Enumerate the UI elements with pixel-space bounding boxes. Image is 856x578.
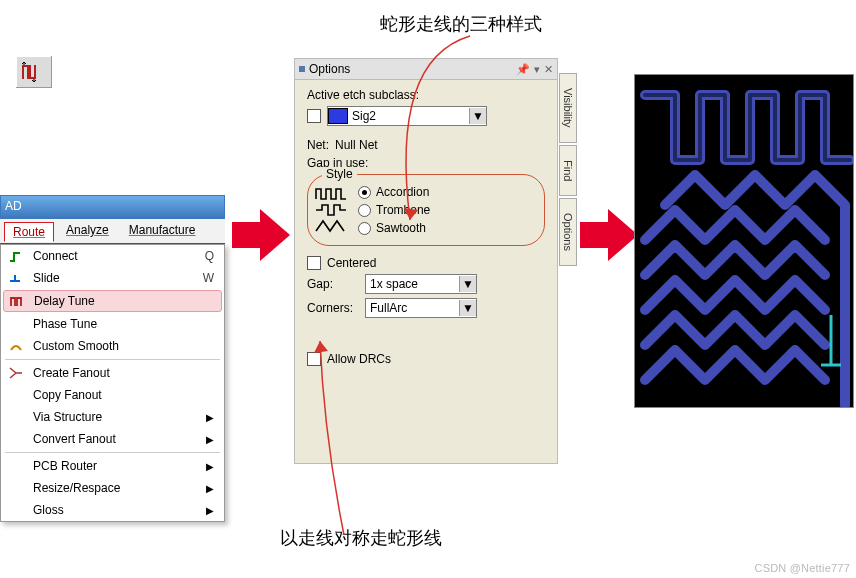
- subclass-visible-check[interactable]: [307, 109, 321, 123]
- slide-icon: [5, 270, 27, 286]
- window-title-fragment: AD: [0, 195, 225, 219]
- chevron-down-icon[interactable]: ▼: [459, 300, 476, 316]
- style-radio-accordion[interactable]: Accordion: [358, 185, 534, 199]
- net-value: Null Net: [335, 138, 378, 152]
- menu-item-delay-tune[interactable]: Delay Tune: [3, 290, 222, 312]
- route-dropdown: Connect Q Slide W Delay Tune Phase Tune …: [0, 244, 225, 522]
- connect-icon: [5, 248, 27, 264]
- flow-arrow-icon: [232, 222, 262, 248]
- subclass-color-swatch[interactable]: [328, 108, 348, 124]
- submenu-arrow-icon: ▶: [206, 434, 214, 445]
- menu-item-label: Copy Fanout: [33, 388, 214, 402]
- menubar: Route Analyze Manufacture: [0, 219, 225, 244]
- menu-manufacture[interactable]: Manufacture: [121, 221, 204, 241]
- blank-icon: [5, 480, 27, 496]
- chevron-down-icon[interactable]: ▼: [469, 108, 486, 124]
- flow-arrow-icon: [580, 222, 610, 248]
- menu-item-custom-smooth[interactable]: Custom Smooth: [1, 335, 224, 357]
- annotation-centered-explain: 以走线对称走蛇形线: [280, 526, 442, 550]
- menu-item-label: Gloss: [33, 503, 200, 517]
- corners-value: FullArc: [366, 301, 459, 315]
- blank-icon: [5, 409, 27, 425]
- menu-item-label: PCB Router: [33, 459, 200, 473]
- menu-item-convert-fanout[interactable]: Convert Fanout ▶: [1, 428, 224, 450]
- delay-tune-toolbar-icon[interactable]: [16, 56, 52, 88]
- subclass-value: Sig2: [348, 109, 469, 123]
- menu-item-slide[interactable]: Slide W: [1, 267, 224, 289]
- panel-handle-icon: [299, 66, 305, 72]
- chevron-down-icon[interactable]: ▼: [459, 276, 476, 292]
- menu-analyze[interactable]: Analyze: [58, 221, 117, 241]
- style-group: Style Accordion Trombone Sawtooth: [307, 174, 545, 246]
- subclass-select[interactable]: Sig2 ▼: [327, 106, 487, 126]
- panel-close-icon[interactable]: ✕: [544, 63, 553, 76]
- shortcut: W: [193, 271, 214, 285]
- menu-route[interactable]: Route: [4, 222, 54, 242]
- corners-select[interactable]: FullArc ▼: [365, 298, 477, 318]
- menu-item-label: Connect: [33, 249, 189, 263]
- menu-item-label: Custom Smooth: [33, 339, 214, 353]
- trombone-style-icon: [314, 202, 348, 218]
- tab-options[interactable]: Options: [559, 198, 577, 266]
- blank-icon: [5, 458, 27, 474]
- allow-drc-label: Allow DRCs: [327, 352, 391, 366]
- fanout-icon: [5, 365, 27, 381]
- menu-separator: [5, 359, 220, 360]
- side-tabs: Visibility Find Options: [559, 73, 577, 266]
- style-label: Style: [322, 167, 357, 181]
- blank-icon: [5, 387, 27, 403]
- blank-icon: [5, 502, 27, 518]
- menu-item-pcb-router[interactable]: PCB Router ▶: [1, 455, 224, 477]
- options-panel: Options 📌 ▾ ✕ Active etch subclass: Sig2…: [294, 58, 558, 464]
- menu-item-create-fanout[interactable]: Create Fanout: [1, 362, 224, 384]
- centered-checkbox[interactable]: [307, 256, 321, 270]
- menu-item-resize-respace[interactable]: Resize/Respace ▶: [1, 477, 224, 499]
- watermark: CSDN @Nettie777: [755, 562, 850, 574]
- gap-value: 1x space: [366, 277, 459, 291]
- menu-item-label: Create Fanout: [33, 366, 214, 380]
- radio-label: Trombone: [376, 203, 430, 217]
- menu-item-label: Resize/Respace: [33, 481, 200, 495]
- gap-select[interactable]: 1x space ▼: [365, 274, 477, 294]
- gap-label: Gap:: [307, 277, 359, 291]
- submenu-arrow-icon: ▶: [206, 412, 214, 423]
- submenu-arrow-icon: ▶: [206, 505, 214, 516]
- radio-label: Sawtooth: [376, 221, 426, 235]
- menu-item-gloss[interactable]: Gloss ▶: [1, 499, 224, 521]
- smooth-icon: [5, 338, 27, 354]
- tab-find[interactable]: Find: [559, 145, 577, 196]
- radio-label: Accordion: [376, 185, 429, 199]
- sawtooth-style-icon: [314, 218, 348, 234]
- centered-label: Centered: [327, 256, 376, 270]
- net-label: Net:: [307, 138, 329, 152]
- serpentine-preview: [634, 74, 854, 408]
- menu-item-phase-tune[interactable]: Phase Tune: [1, 313, 224, 335]
- flow-arrow-head-icon: [260, 209, 290, 261]
- panel-title: Options: [309, 62, 512, 76]
- panel-menu-icon[interactable]: ▾: [534, 63, 540, 76]
- submenu-arrow-icon: ▶: [206, 461, 214, 472]
- style-radio-trombone[interactable]: Trombone: [358, 203, 534, 217]
- options-panel-titlebar: Options 📌 ▾ ✕: [295, 59, 557, 80]
- tab-visibility[interactable]: Visibility: [559, 73, 577, 143]
- active-subclass-label: Active etch subclass:: [307, 88, 547, 102]
- menu-item-label: Via Structure: [33, 410, 200, 424]
- panel-pin-icon[interactable]: 📌: [516, 63, 530, 76]
- annotation-serpentine-styles: 蛇形走线的三种样式: [380, 12, 542, 36]
- menu-item-via-structure[interactable]: Via Structure ▶: [1, 406, 224, 428]
- menu-item-copy-fanout[interactable]: Copy Fanout: [1, 384, 224, 406]
- delay-tune-icon: [6, 293, 28, 309]
- submenu-arrow-icon: ▶: [206, 483, 214, 494]
- menu-item-label: Delay Tune: [34, 294, 213, 308]
- route-menu-panel: AD Route Analyze Manufacture Connect Q S…: [0, 195, 225, 522]
- allow-drc-checkbox[interactable]: [307, 352, 321, 366]
- svg-point-6: [35, 520, 75, 545]
- shortcut: Q: [195, 249, 214, 263]
- blank-icon: [5, 431, 27, 447]
- corners-label: Corners:: [307, 301, 359, 315]
- menu-item-connect[interactable]: Connect Q: [1, 245, 224, 267]
- menu-item-label: Phase Tune: [33, 317, 214, 331]
- style-radio-sawtooth[interactable]: Sawtooth: [358, 221, 534, 235]
- menu-item-label: Convert Fanout: [33, 432, 200, 446]
- blank-icon: [5, 316, 27, 332]
